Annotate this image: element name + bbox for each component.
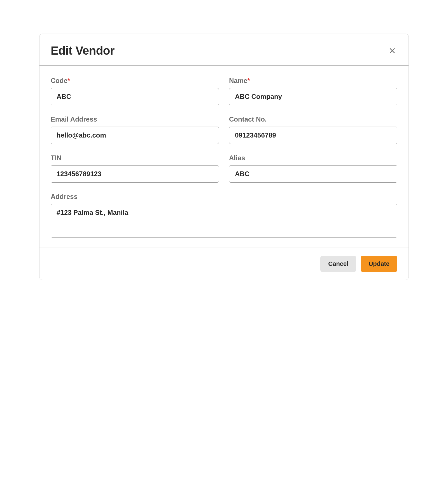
update-button[interactable]: Update (361, 256, 397, 272)
name-label-text: Name (229, 77, 247, 84)
code-label-text: Code (51, 77, 67, 84)
required-marker: * (247, 77, 250, 84)
email-group: Email Address (51, 115, 219, 144)
name-label: Name* (229, 77, 397, 85)
alias-label: Alias (229, 154, 397, 162)
form-row: TIN Alias (51, 154, 397, 183)
tin-group: TIN (51, 154, 219, 183)
modal-header: Edit Vendor (39, 34, 409, 66)
close-icon (388, 47, 396, 55)
alias-group: Alias (229, 154, 397, 183)
form-row: Address (51, 193, 397, 238)
modal-footer: Cancel Update (39, 248, 409, 280)
close-button[interactable] (387, 46, 397, 56)
alias-input[interactable] (229, 165, 397, 183)
code-label: Code* (51, 77, 219, 85)
email-input[interactable] (51, 127, 219, 144)
tin-input[interactable] (51, 165, 219, 183)
modal-body: Code* Name* Email Address Contact No. (39, 66, 409, 248)
code-group: Code* (51, 77, 219, 105)
form-row: Email Address Contact No. (51, 115, 397, 144)
address-textarea[interactable] (51, 204, 397, 238)
form-row: Code* Name* (51, 77, 397, 105)
edit-vendor-modal: Edit Vendor Code* Name* (39, 34, 409, 280)
tin-label: TIN (51, 154, 219, 162)
name-input[interactable] (229, 88, 397, 105)
name-group: Name* (229, 77, 397, 105)
modal-title: Edit Vendor (51, 44, 115, 57)
required-marker: * (67, 77, 70, 84)
cancel-button[interactable]: Cancel (320, 256, 356, 272)
address-group: Address (51, 193, 397, 238)
email-label: Email Address (51, 115, 219, 123)
code-input[interactable] (51, 88, 219, 105)
contact-group: Contact No. (229, 115, 397, 144)
contact-label: Contact No. (229, 115, 397, 123)
address-label: Address (51, 193, 397, 201)
contact-input[interactable] (229, 127, 397, 144)
